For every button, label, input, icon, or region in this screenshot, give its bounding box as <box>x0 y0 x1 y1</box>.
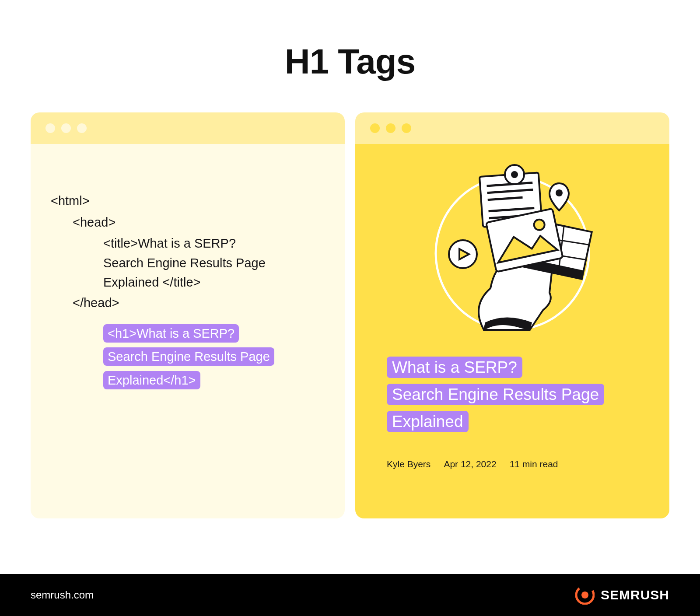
tag-head-open: <head> <box>51 212 325 233</box>
tag-title-close: </title> <box>162 275 200 289</box>
svg-point-17 <box>556 189 563 196</box>
hand-illustration-icon <box>418 157 606 336</box>
window-dot-icon <box>46 123 55 133</box>
author-name: Kyle Byers <box>387 459 430 469</box>
publish-date: Apr 12, 2022 <box>444 459 496 469</box>
footer-bar: semrush.com SEMRUSH <box>0 574 700 616</box>
svg-point-16 <box>511 171 518 178</box>
h1-text-3: Explained <box>108 373 163 387</box>
h1-line-2: Search Engine Results Page <box>103 347 274 366</box>
code-panel-header <box>31 112 345 144</box>
page-title: H1 Tags <box>0 0 700 82</box>
tag-title-open: <title> <box>103 236 138 250</box>
title-text-3: Explained <box>103 275 162 289</box>
h1-highlight-block: <h1>What is a SERP? Search Engine Result… <box>51 322 325 392</box>
rendered-h1-line-2: Search Engine Results Page <box>387 384 604 405</box>
html-code: <html> <head> <title>What is a SERP? Sea… <box>51 190 325 314</box>
tag-h1-open: <h1> <box>108 326 136 340</box>
tag-head-close: </head> <box>51 292 325 314</box>
rendered-panel-body: What is a SERP? Search Engine Results Pa… <box>355 144 669 518</box>
window-dot-icon <box>61 123 71 133</box>
window-dot-icon <box>370 123 380 133</box>
window-dot-icon <box>402 123 411 133</box>
semrush-logo-icon <box>575 585 595 605</box>
title-tag-close-line: Explained </title> <box>51 273 325 292</box>
code-panel-body: <html> <head> <title>What is a SERP? Sea… <box>31 144 345 518</box>
brand-name: SEMRUSH <box>601 588 669 602</box>
title-text-1: What is a SERP? <box>138 236 236 250</box>
window-dot-icon <box>77 123 87 133</box>
footer-brand: SEMRUSH <box>575 585 669 605</box>
h1-line-3: Explained</h1> <box>103 371 200 389</box>
article-meta: Kyle Byers Apr 12, 2022 11 min read <box>387 459 558 469</box>
code-panel: <html> <head> <title>What is a SERP? Sea… <box>31 112 345 518</box>
h1-text-1: What is a SERP? <box>136 326 234 340</box>
tag-html-open: <html> <box>51 194 90 208</box>
footer-url: semrush.com <box>31 589 94 601</box>
title-tag-line: <title>What is a SERP? <box>51 234 325 253</box>
h1-line-1: <h1>What is a SERP? <box>103 324 239 343</box>
read-time: 11 min read <box>510 459 558 469</box>
rendered-panel: What is a SERP? Search Engine Results Pa… <box>355 112 669 518</box>
rendered-panel-header <box>355 112 669 144</box>
tag-h1-close: </h1> <box>163 373 196 387</box>
window-dot-icon <box>386 123 396 133</box>
panels-row: <html> <head> <title>What is a SERP? Sea… <box>0 82 700 518</box>
rendered-h1: What is a SERP? Search Engine Results Pa… <box>387 354 638 435</box>
title-text-2: Search Engine Results Page <box>51 253 325 273</box>
rendered-h1-line-3: Explained <box>387 411 469 432</box>
svg-point-20 <box>581 592 588 598</box>
rendered-h1-line-1: What is a SERP? <box>387 357 522 378</box>
